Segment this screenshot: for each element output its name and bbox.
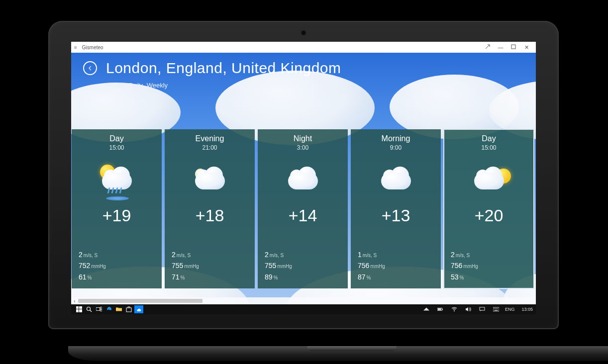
card-hour: 15:00 [451,144,527,151]
card-humidity: 61% [79,272,106,282]
action-center-icon[interactable] [477,306,487,312]
moon-cloud-icon [190,166,230,190]
svg-point-14 [454,311,455,312]
clock[interactable]: 13:05 [521,307,533,312]
card-wind: 2m/s, S [451,249,478,260]
card-period: Night [265,134,341,143]
scrollbar-thumb[interactable] [78,299,203,303]
svg-rect-9 [101,309,102,311]
card-humidity: 71% [172,272,199,282]
forecast-card[interactable]: Morning9:00+131m/s, S756mmHg87% [351,129,441,288]
maximize-button[interactable] [507,44,520,50]
svg-rect-3 [76,309,79,312]
card-humidity: 89% [265,272,292,282]
wifi-icon[interactable] [449,306,459,312]
svg-rect-16 [493,307,499,311]
horizontal-scrollbar[interactable]: ‹ [71,297,536,304]
card-hour: 9:00 [358,144,434,151]
card-humidity: 87% [358,272,385,282]
card-pressure: 756mmHg [451,260,478,271]
location-title: London, England, United Kingdom [106,60,341,77]
expand-diagonal-button[interactable] [481,44,494,50]
file-explorer-icon[interactable] [114,306,124,312]
laptop-camera [302,31,305,35]
card-pressure: 756mmHg [358,260,385,271]
start-menu-icon[interactable] [74,306,84,312]
svg-rect-19 [495,308,496,309]
window-titlebar: ≡ Gismeteo — ✕ [71,42,536,53]
battery-icon[interactable] [435,306,445,312]
svg-rect-12 [442,309,443,310]
svg-rect-1 [76,306,79,309]
card-humidity: 53% [451,272,478,282]
app-name: Gismeteo [82,45,103,50]
svg-rect-4 [79,309,82,312]
card-temperature: +14 [265,206,341,225]
cloud-icon [376,166,416,190]
language-indicator[interactable]: ENG [505,307,515,312]
card-hour: 21:00 [172,144,248,151]
forecast-tabs: Hourly Daily Weekly [71,82,536,89]
keyboard-icon[interactable] [491,306,501,312]
back-button[interactable] [83,61,97,75]
gismeteo-taskbar-icon[interactable] [134,305,144,313]
card-period: Day [79,134,155,143]
forecast-card[interactable]: Day15:00+192m/s, S752mmHg61% [72,129,162,288]
forecast-card[interactable]: Night3:00+142m/s, S755mmHg89% [258,129,348,288]
svg-rect-10 [126,308,131,312]
cloud-icon [283,166,323,190]
card-wind: 2m/s, S [172,249,199,260]
card-hour: 15:00 [79,144,155,151]
svg-rect-8 [101,307,102,309]
svg-rect-21 [497,308,498,309]
task-view-icon[interactable] [94,306,104,312]
card-period: Day [451,134,527,143]
tab-daily[interactable]: Daily [128,82,143,89]
card-wind: 2m/s, S [265,249,292,260]
card-period: Morning [358,134,434,143]
card-temperature: +13 [358,206,434,225]
forecast-card[interactable]: Evening21:00+182m/s, S755mmHg71% [165,129,255,288]
svg-rect-2 [79,306,82,309]
card-wind: 2m/s, S [79,249,106,260]
tab-weekly[interactable]: Weekly [147,82,168,89]
windows-taskbar: ENG 13:05 [71,304,536,314]
card-pressure: 755mmHg [265,260,292,271]
scroll-left-icon[interactable]: ‹ [71,298,78,304]
svg-rect-0 [511,45,515,49]
tab-hourly[interactable]: Hourly [106,82,125,89]
card-hour: 3:00 [265,144,341,151]
volume-icon[interactable] [463,306,473,312]
card-temperature: +18 [172,206,248,225]
card-pressure: 755mmHg [172,260,199,271]
card-pressure: 752mmHg [79,260,106,271]
system-tray: ENG 13:05 [421,306,533,312]
svg-rect-7 [96,308,100,311]
close-button[interactable]: ✕ [520,44,533,51]
card-temperature: +20 [451,206,527,225]
sun-cloud-icon [469,166,509,190]
card-wind: 1m/s, S [358,249,385,260]
hamburger-menu-icon[interactable]: ≡ [74,45,77,50]
search-icon[interactable] [84,306,94,312]
svg-rect-20 [496,308,497,309]
svg-rect-15 [480,307,485,310]
svg-rect-17 [495,310,498,310]
card-temperature: +19 [79,206,155,225]
svg-rect-18 [494,308,495,309]
edge-browser-icon[interactable] [104,306,114,312]
forecast-card[interactable]: Day15:00+202m/s, S756mmHg53% [444,129,534,288]
tray-chevron-up-icon[interactable] [421,306,431,312]
minimize-button[interactable]: — [494,44,507,50]
svg-point-5 [87,307,91,311]
microsoft-store-icon[interactable] [124,306,134,312]
laptop-base [68,346,608,361]
card-period: Evening [172,134,248,143]
svg-rect-13 [438,308,441,310]
forecast-cards: Day15:00+192m/s, S752mmHg61%Evening21:00… [71,129,536,288]
svg-line-6 [90,310,92,312]
sun-rain-icon [97,166,137,190]
